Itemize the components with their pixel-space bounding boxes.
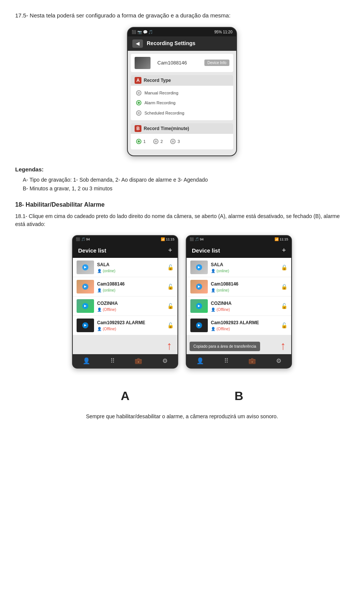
lock-open-cam1-a[interactable]: 🔓 [167, 283, 174, 291]
play-icon-cam1-b: ▶ [196, 284, 202, 290]
device-info-row: Cam1088146 Device Info [131, 54, 233, 72]
minute-options: 1 2 3 [136, 136, 228, 147]
label-a: A [72, 387, 178, 405]
phone-content: Cam1088146 Device Info A Record Type Man… [128, 51, 236, 155]
cam-thumb-sala-b: ▶ [190, 261, 208, 274]
minute-2[interactable]: 2 [153, 138, 163, 145]
legend-item-b: B- Minutos a gravar, 1, 2 ou 3 minutos [23, 185, 349, 193]
radio-alarm[interactable]: Alarm Recording [136, 98, 228, 108]
back-button[interactable]: ◀ [132, 39, 143, 48]
lock-open-alarme-a[interactable]: 🔓 [167, 322, 174, 330]
device-row-info-cam1-b: Cam1088146 👤 (online) [211, 281, 278, 293]
device-row-info-cozinha-a: COZINHA 👤 (Offline) [97, 300, 164, 312]
nav-person-icon-b[interactable]: 👤 [196, 356, 204, 366]
lock-open-alarme-b[interactable]: 🔓 [281, 322, 287, 330]
status-left-b: ⬛ 🎵 94 [190, 237, 204, 242]
section-b-block: B Record Time(minute) 1 2 3 [131, 123, 233, 149]
person-icon-cozinha-b: 👤 [211, 307, 215, 312]
bottom-nav-a: 👤 ⠿ 💼 ⚙ [73, 354, 177, 368]
device-row-cam1-a[interactable]: ▶ Cam1088146 👤 (online) 🔓 [73, 277, 177, 297]
device-row-info-alarme-a: Cam1092923 ALARME 👤 (Offline) [97, 319, 164, 332]
section-a-header: A Record Type [131, 75, 233, 86]
lock-closed-sala-b[interactable]: 🔒 [281, 264, 287, 272]
two-phones-row: ⬛ 🎵 94 📶 11:15 Device list + ▶ SALA [15, 235, 349, 380]
online-label-cam1-b: (online) [217, 287, 229, 293]
offline-label-alarme-b: (Offline) [217, 326, 230, 332]
device-name-cam1-b: Cam1088146 [211, 281, 278, 287]
device-name: Cam1088146 [157, 59, 187, 67]
phone-header: ◀ Recording Settings [128, 36, 236, 51]
phone-b: ⬛ 🎵 94 📶 11:15 Device list + ▶ SALA [186, 235, 292, 369]
cam-thumb-cozinha-b: ▶ [190, 299, 208, 313]
status-battery: 95% 11:20 [214, 29, 232, 35]
play-icon-cozinha-a: ▶ [82, 303, 88, 309]
device-name-alarme-b: Cam1092923 ALARME [211, 319, 278, 326]
online-label-sala-a: (online) [103, 268, 115, 274]
nav-gear-icon-b[interactable]: ⚙ [276, 356, 281, 366]
person-icon-sala-b: 👤 [211, 268, 215, 274]
person-icon-alarme-b: 👤 [211, 326, 215, 332]
device-row-sala-b[interactable]: ▶ SALA 👤 (online) 🔒 [187, 258, 291, 277]
phone-a-wrapper: ⬛ 🎵 94 📶 11:15 Device list + ▶ SALA [72, 235, 178, 369]
radio-scheduled-circle [136, 110, 141, 116]
final-text: Sempre que habilitar/desabilitar o alarm… [15, 413, 349, 421]
device-status-cam1-b: 👤 (online) [211, 287, 278, 293]
play-icon-sala-a: ▶ [82, 264, 88, 270]
toast-notification: Copiado para a área de transferência [190, 342, 260, 351]
minute-1[interactable]: 1 [136, 138, 146, 145]
section-b-body: 1 2 3 [131, 134, 233, 149]
device-list-header-b: Device list + [187, 243, 291, 258]
play-icon-alarme-a: ▶ [82, 322, 88, 328]
play-icon-sala-b: ▶ [196, 264, 202, 270]
minute-3[interactable]: 3 [170, 138, 180, 145]
recording-settings-phone: ⬛ 📷 💬 🎵 95% 11:20 ◀ Recording Settings C… [127, 27, 237, 156]
legends-section: Legendas: A- Tipo de gravação: 1- Sob de… [15, 165, 349, 193]
bottom-nav-b: 👤 ⠿ 💼 ⚙ [187, 354, 291, 368]
cam-thumb-sala-a: ▶ [77, 261, 94, 274]
nav-grid-icon-b[interactable]: ⠿ [224, 356, 229, 366]
lock-open-sala-a[interactable]: 🔓 [167, 264, 174, 272]
device-row-sala-a[interactable]: ▶ SALA 👤 (online) 🔓 [73, 258, 177, 277]
person-icon-cozinha-a: 👤 [97, 307, 102, 312]
add-device-button-a[interactable]: + [168, 246, 172, 254]
section-b-header: B Record Time(minute) [131, 123, 233, 134]
phone-a: ⬛ 🎵 94 📶 11:15 Device list + ▶ SALA [72, 235, 178, 369]
radio-scheduled[interactable]: Scheduled Recording [136, 108, 228, 118]
nav-briefcase-icon-a[interactable]: 💼 [135, 356, 142, 366]
offline-label-cozinha-a: (Offline) [103, 307, 116, 312]
device-row-info-sala-a: SALA 👤 (online) [97, 261, 164, 274]
status-right-b: 📶 11:15 [275, 237, 288, 242]
minute-3-circle [170, 139, 176, 144]
lock-closed-cam1-b[interactable]: 🔒 [281, 283, 287, 291]
phone-b-wrapper: ⬛ 🎵 94 📶 11:15 Device list + ▶ SALA [186, 235, 292, 369]
device-list-title-a: Device list [78, 246, 106, 255]
device-status-alarme-b: 👤 (Offline) [211, 326, 278, 332]
device-row-alarme-b[interactable]: ▶ Cam1092923 ALARME 👤 (Offline) 🔓 [187, 316, 291, 335]
screen-title: Recording Settings [147, 39, 195, 47]
section-b-label: Record Time(minute) [144, 125, 189, 132]
device-row-cam1-b[interactable]: ▶ Cam1088146 👤 (online) 🔒 [187, 277, 291, 297]
section-a-block: A Record Type Manual Recording Alarm Rec… [131, 75, 233, 121]
radio-manual[interactable]: Manual Recording [136, 88, 228, 98]
device-name-alarme-a: Cam1092923 ALARME [97, 319, 164, 326]
play-icon-cam1-a: ▶ [82, 284, 88, 290]
device-list-body-a: ▶ SALA 👤 (online) 🔓 ▶ [73, 258, 177, 354]
device-info-button[interactable]: Device Info [204, 60, 229, 66]
section-b-badge: B [135, 125, 141, 132]
device-row-cozinha-b[interactable]: ▶ COZINHA 👤 (Offline) 🔓 [187, 297, 291, 316]
nav-grid-icon-a[interactable]: ⠿ [110, 356, 115, 366]
device-name-cozinha-b: COZINHA [211, 300, 278, 307]
device-row-cozinha-a[interactable]: ▶ COZINHA 👤 (Offline) 🔓 [73, 297, 177, 316]
lock-open-cozinha-a[interactable]: 🔓 [167, 302, 174, 310]
nav-briefcase-icon-b[interactable]: 💼 [248, 356, 256, 366]
cam-thumb-alarme-b: ▶ [190, 319, 208, 332]
phone-a-status: ⬛ 🎵 94 📶 11:15 [73, 236, 177, 243]
device-row-alarme-a[interactable]: ▶ Cam1092923 ALARME 👤 (Offline) 🔓 [73, 316, 177, 335]
device-status-cozinha-b: 👤 (Offline) [211, 307, 278, 312]
lock-open-cozinha-b[interactable]: 🔓 [281, 302, 287, 310]
radio-alarm-label: Alarm Recording [144, 100, 176, 106]
nav-gear-icon-a[interactable]: ⚙ [162, 356, 168, 366]
section-a-body: Manual Recording Alarm Recording Schedul… [131, 86, 233, 121]
nav-person-icon-a[interactable]: 👤 [83, 356, 90, 366]
add-device-button-b[interactable]: + [282, 246, 286, 254]
